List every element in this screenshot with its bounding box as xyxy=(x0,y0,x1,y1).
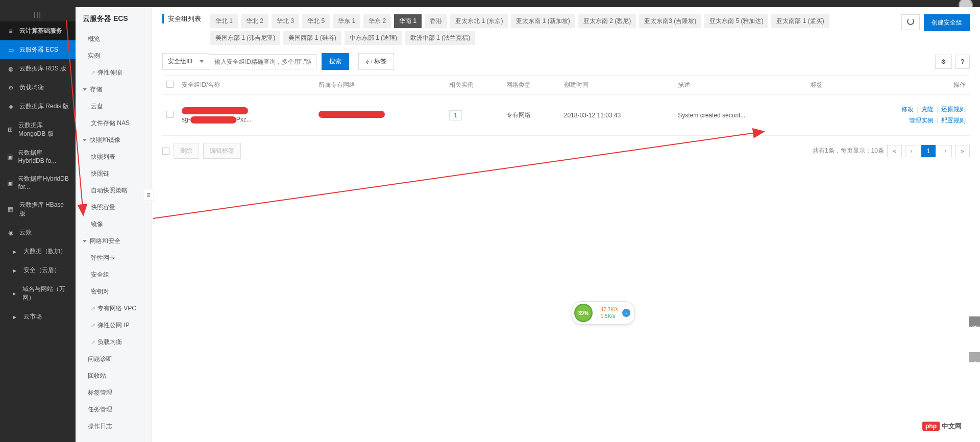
page-prev[interactable]: ‹ xyxy=(905,145,918,157)
help-button[interactable]: ? xyxy=(955,55,970,69)
action-modify[interactable]: 修改 xyxy=(901,106,914,113)
tag-icon: 🏷 xyxy=(366,58,372,65)
page-next[interactable]: › xyxy=(939,145,952,157)
search-filter-select[interactable]: 安全组ID xyxy=(162,53,209,70)
nav-rds[interactable]: ◍云数据库 RDS 版 xyxy=(0,59,76,78)
region-tag[interactable]: 华北 5 xyxy=(302,14,330,28)
edit-tag-button[interactable]: 编辑标签 xyxy=(203,143,241,159)
chevron-right-icon: ▸ xyxy=(11,313,18,321)
region-tag[interactable]: 华东 1 xyxy=(333,14,360,28)
region-tag[interactable]: 亚太南部 1 (孟买) xyxy=(771,14,829,28)
region-tag[interactable]: 华东 2 xyxy=(363,14,391,28)
page-current[interactable]: 1 xyxy=(921,145,936,157)
region-tag[interactable]: 美国西部 1 (硅谷) xyxy=(283,31,341,45)
region-tag[interactable]: 中东东部 1 (迪拜) xyxy=(345,31,402,45)
sec-eip[interactable]: ⇗弹性公网 IP xyxy=(76,317,152,334)
group-storage[interactable]: 存储 xyxy=(76,81,152,98)
page-first[interactable]: « xyxy=(887,145,902,157)
nav-slb[interactable]: ⚙负载均衡 xyxy=(0,78,76,97)
sec-snapchain[interactable]: 快照链 xyxy=(76,165,152,182)
cell-nettype: 专有网络 xyxy=(502,95,559,136)
sec-instances[interactable]: 实例 xyxy=(76,47,152,64)
network-speed-widget[interactable]: 39% ↑ 47.7K/s ↓ 1.5K/s + xyxy=(572,301,635,325)
sec-diagnosis[interactable]: 问题诊断 xyxy=(76,351,152,367)
chevron-right-icon: ▸ xyxy=(11,267,18,274)
net-percent: 39% xyxy=(574,304,593,322)
region-tag[interactable]: 美国东部 1 (弗吉尼亚) xyxy=(210,31,280,45)
region-tag[interactable]: 华南 1 xyxy=(394,14,422,28)
refresh-button[interactable] xyxy=(901,14,920,30)
sec-snaplist[interactable]: 快照列表 xyxy=(76,149,152,165)
eye-icon: ◉ xyxy=(7,229,14,236)
action-clone[interactable]: 克隆 xyxy=(921,106,934,113)
region-tag[interactable]: 亚太东北 1 (东京) xyxy=(450,14,508,28)
search-button[interactable]: 搜索 xyxy=(322,53,349,70)
sec-nas[interactable]: 文件存储 NAS xyxy=(76,115,152,132)
nav-redis[interactable]: ◈云数据库 Redis 版 xyxy=(0,97,76,116)
tag-filter-button[interactable]: 🏷 标签 xyxy=(358,53,394,70)
side-consult[interactable]: 咨询 xyxy=(969,316,980,327)
region-tag[interactable]: 华北 1 xyxy=(210,14,238,28)
sec-oplog[interactable]: 操作日志 xyxy=(76,418,152,435)
sidebar-header[interactable]: ≡ 云计算基础服务 xyxy=(0,21,76,40)
secondary-title: 云服务器 ECS xyxy=(76,7,152,31)
sec-clouddisk[interactable]: 云盘 xyxy=(76,98,152,115)
side-suggest[interactable]: 建议 xyxy=(969,352,980,362)
sec-snapcapacity[interactable]: 快照容量 xyxy=(76,199,152,216)
settings-button[interactable]: ⚙ xyxy=(935,55,952,69)
pagination-summary: 共有1条，每页显示：10条 xyxy=(813,146,884,155)
nav-bigdata[interactable]: ▸大数据（数加） xyxy=(0,242,76,261)
search-input[interactable] xyxy=(209,54,316,69)
create-security-group-button[interactable]: 创建安全组 xyxy=(924,14,970,31)
region-tag[interactable]: 华北 2 xyxy=(241,14,268,28)
sec-image[interactable]: 镜像 xyxy=(76,216,152,233)
sec-keypair[interactable]: 密钥对 xyxy=(76,283,152,300)
security-group-table: 安全组ID/名称 所属专有网络 相关实例 网络类型 创建时间 描述 标签 操作 xyxy=(162,75,970,136)
arrow-up-icon: ↑ xyxy=(597,307,599,312)
secondary-collapse-handle[interactable]: ≡ xyxy=(143,189,154,201)
cell-actions: 修改|克隆|还原规则 管理实例|配置规则 xyxy=(842,95,970,136)
col-nettype: 网络类型 xyxy=(502,76,559,95)
nav-ecs[interactable]: ▭云服务器 ECS xyxy=(0,40,76,59)
nav-domain[interactable]: ▸域名与网站（万网） xyxy=(0,280,76,307)
region-tag[interactable]: 欧洲中部 1 (法兰克福) xyxy=(405,31,475,45)
region-tag[interactable]: 亚太东南3 (吉隆坡) xyxy=(639,14,701,28)
action-manage[interactable]: 管理实例 xyxy=(909,117,934,124)
sec-autoscale[interactable]: ⇗弹性伸缩 xyxy=(76,64,152,81)
action-config[interactable]: 配置规则 xyxy=(941,117,966,124)
sec-tasks[interactable]: 任务管理 xyxy=(76,401,152,418)
region-tag[interactable]: 亚太东南 2 (悉尼) xyxy=(578,14,636,28)
hybrid-icon: ▣ xyxy=(7,179,13,186)
region-tag[interactable]: 香港 xyxy=(425,14,447,28)
delete-button[interactable]: 删除 xyxy=(174,143,199,159)
nav-yunxiao[interactable]: ◉云效 xyxy=(0,223,76,242)
sec-security-group[interactable]: 安全组 xyxy=(76,266,152,283)
nav-hybriddb1[interactable]: ▣云数据库 HybridDB fo... xyxy=(0,143,76,169)
nav-security[interactable]: ▸安全（云盾） xyxy=(0,261,76,280)
sec-snappolicy[interactable]: 自动快照策略 xyxy=(76,182,152,199)
region-tag[interactable]: 华北 3 xyxy=(272,14,299,28)
plus-icon[interactable]: + xyxy=(622,309,630,317)
group-snapshot[interactable]: 快照和镜像 xyxy=(76,132,152,149)
page-last[interactable]: » xyxy=(955,145,970,157)
action-restore[interactable]: 还原规则 xyxy=(941,106,966,113)
sec-recycle[interactable]: 回收站 xyxy=(76,367,152,384)
region-tag[interactable]: 亚太东南 1 (新加坡) xyxy=(511,14,575,28)
sec-vpc[interactable]: ⇗专有网络 VPC xyxy=(76,300,152,317)
select-all-checkbox[interactable] xyxy=(166,81,174,88)
sec-tags[interactable]: 标签管理 xyxy=(76,384,152,401)
nav-market[interactable]: ▸云市场 xyxy=(0,307,76,326)
nav-hybriddb2[interactable]: ▣云数据库HybridDB for... xyxy=(0,169,76,195)
group-network[interactable]: 网络和安全 xyxy=(76,233,152,250)
instance-count-badge[interactable]: 1 xyxy=(449,110,462,120)
sec-slb[interactable]: ⇗负载均衡 xyxy=(76,334,152,351)
region-tag[interactable]: 亚太东南 5 (雅加达) xyxy=(704,14,768,28)
menu-icon: ≡ xyxy=(7,28,14,35)
footer-select-all[interactable] xyxy=(162,148,169,155)
nav-mongodb[interactable]: ⊞云数据库 MongoDB 版 xyxy=(0,116,76,143)
sidebar-collapse-handle[interactable]: ||| xyxy=(0,7,76,21)
nav-hbase[interactable]: ▦云数据库 HBase 版 xyxy=(0,195,76,223)
row-checkbox[interactable] xyxy=(166,111,174,118)
sec-eni[interactable]: 弹性网卡 xyxy=(76,250,152,266)
sec-overview[interactable]: 概览 xyxy=(76,31,152,47)
